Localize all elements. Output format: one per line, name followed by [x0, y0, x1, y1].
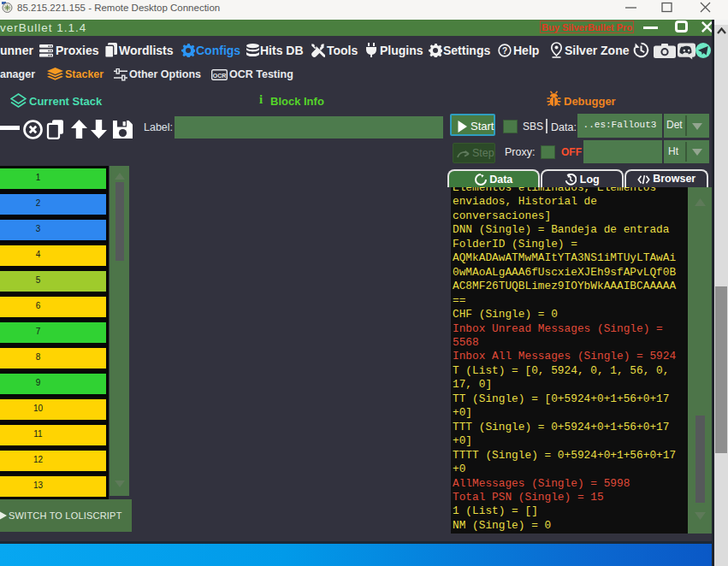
- svg-text:?: ?: [502, 46, 507, 56]
- svg-text:OCR: OCR: [213, 73, 227, 79]
